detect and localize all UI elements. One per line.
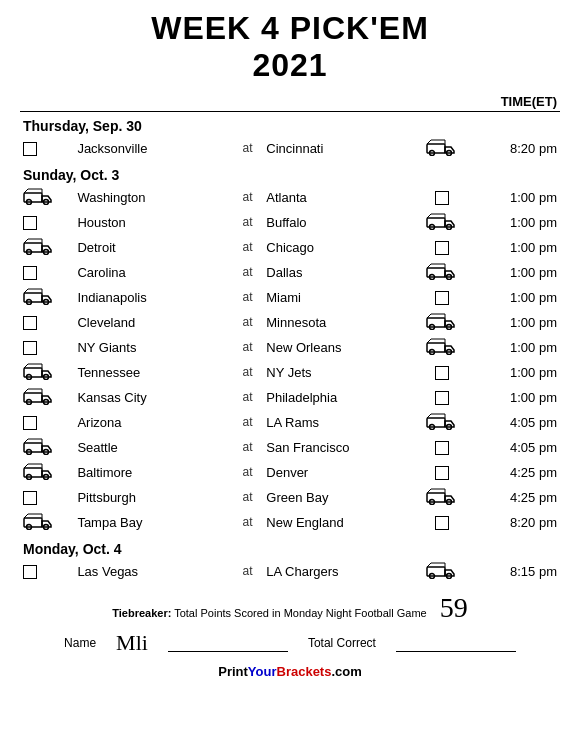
away-pick-col[interactable] bbox=[20, 360, 74, 385]
title-line1: WEEK 4 PICK'EM bbox=[151, 10, 429, 46]
footer: PrintYourBrackets.com bbox=[20, 664, 560, 679]
home-pick-col[interactable] bbox=[414, 210, 471, 235]
name-label: Name bbox=[64, 636, 96, 650]
at-label: at bbox=[232, 385, 263, 410]
home-team: LA Chargers bbox=[263, 559, 413, 584]
home-pick-col[interactable] bbox=[414, 260, 471, 285]
home-team: New Orleans bbox=[263, 335, 413, 360]
at-label: at bbox=[232, 460, 263, 485]
name-handwriting: Mli bbox=[116, 630, 148, 656]
away-pick-col[interactable] bbox=[20, 510, 74, 535]
home-pick-col[interactable] bbox=[414, 185, 471, 210]
footer-brackets: Brackets bbox=[277, 664, 332, 679]
game-time: 8:20 pm bbox=[471, 136, 560, 161]
away-pick-col[interactable] bbox=[20, 235, 74, 260]
section-title: Sunday, Oct. 3 bbox=[20, 161, 560, 185]
home-pick-col[interactable] bbox=[414, 360, 471, 385]
checkbox-empty[interactable] bbox=[23, 416, 37, 430]
away-pick-col[interactable] bbox=[20, 485, 74, 510]
away-team: Indianapolis bbox=[74, 285, 231, 310]
section-header: Sunday, Oct. 3 bbox=[20, 161, 560, 185]
header-home-col bbox=[263, 92, 413, 112]
checkbox-empty[interactable] bbox=[23, 216, 37, 230]
at-label: at bbox=[232, 360, 263, 385]
game-time: 1:00 pm bbox=[471, 310, 560, 335]
footer-print: Print bbox=[218, 664, 248, 679]
home-pick-col[interactable] bbox=[414, 410, 471, 435]
time-label: TIME(ET) bbox=[501, 94, 557, 109]
table-row: Las Vegas at LA Chargers 8:15 pm bbox=[20, 559, 560, 584]
at-label: at bbox=[232, 435, 263, 460]
checkbox-empty[interactable] bbox=[435, 241, 449, 255]
section-header: Thursday, Sep. 30 bbox=[20, 111, 560, 136]
home-pick-col[interactable] bbox=[414, 510, 471, 535]
checkbox-empty[interactable] bbox=[435, 366, 449, 380]
page-title: WEEK 4 PICK'EM 2021 bbox=[20, 10, 560, 84]
home-pick-col[interactable] bbox=[414, 335, 471, 360]
home-pick-col[interactable] bbox=[414, 310, 471, 335]
checkbox-empty[interactable] bbox=[435, 516, 449, 530]
checkbox-empty[interactable] bbox=[23, 565, 37, 579]
away-pick-col[interactable] bbox=[20, 410, 74, 435]
section-title: Thursday, Sep. 30 bbox=[20, 111, 560, 136]
home-pick-col[interactable] bbox=[414, 385, 471, 410]
checkbox-empty[interactable] bbox=[435, 191, 449, 205]
home-pick-col[interactable] bbox=[414, 285, 471, 310]
checkbox-empty[interactable] bbox=[435, 391, 449, 405]
total-correct-field[interactable] bbox=[396, 634, 516, 652]
name-field[interactable] bbox=[168, 634, 288, 652]
home-pick-col[interactable] bbox=[414, 136, 471, 161]
home-pick-col[interactable] bbox=[414, 460, 471, 485]
away-pick-col[interactable] bbox=[20, 559, 74, 584]
at-label: at bbox=[232, 260, 263, 285]
header-away-col bbox=[74, 92, 231, 112]
checkbox-empty[interactable] bbox=[23, 341, 37, 355]
table-row: Seattle at San Francisco 4:05 pm bbox=[20, 435, 560, 460]
at-label: at bbox=[232, 136, 263, 161]
away-pick-col[interactable] bbox=[20, 335, 74, 360]
game-time: 4:25 pm bbox=[471, 460, 560, 485]
away-team: Houston bbox=[74, 210, 231, 235]
away-pick-col[interactable] bbox=[20, 185, 74, 210]
away-team: Carolina bbox=[74, 260, 231, 285]
checkbox-empty[interactable] bbox=[23, 491, 37, 505]
away-team: Washington bbox=[74, 185, 231, 210]
home-pick-col[interactable] bbox=[414, 235, 471, 260]
checkbox-empty[interactable] bbox=[435, 291, 449, 305]
away-team: Pittsburgh bbox=[74, 485, 231, 510]
table-row: Arizona at LA Rams 4:05 pm bbox=[20, 410, 560, 435]
section-title: Monday, Oct. 4 bbox=[20, 535, 560, 559]
game-time: 1:00 pm bbox=[471, 210, 560, 235]
tiebreaker-score: 59 bbox=[440, 592, 468, 623]
home-team: Philadelphia bbox=[263, 385, 413, 410]
away-pick-col[interactable] bbox=[20, 435, 74, 460]
at-label: at bbox=[232, 185, 263, 210]
away-pick-col[interactable] bbox=[20, 136, 74, 161]
game-time: 1:00 pm bbox=[471, 185, 560, 210]
away-team: Las Vegas bbox=[74, 559, 231, 584]
game-time: 4:05 pm bbox=[471, 410, 560, 435]
away-pick-col[interactable] bbox=[20, 385, 74, 410]
header-at-col bbox=[232, 92, 263, 112]
home-pick-col[interactable] bbox=[414, 435, 471, 460]
away-pick-col[interactable] bbox=[20, 285, 74, 310]
tiebreaker-section: Tiebreaker: Total Points Scored in Monda… bbox=[20, 592, 560, 624]
title-line2: 2021 bbox=[252, 47, 327, 83]
away-team: Baltimore bbox=[74, 460, 231, 485]
home-pick-col[interactable] bbox=[414, 559, 471, 584]
checkbox-empty[interactable] bbox=[435, 441, 449, 455]
away-team: Arizona bbox=[74, 410, 231, 435]
home-team: Dallas bbox=[263, 260, 413, 285]
checkbox-empty[interactable] bbox=[23, 142, 37, 156]
away-pick-col[interactable] bbox=[20, 460, 74, 485]
table-row: Cleveland at Minnesota 1:00 pm bbox=[20, 310, 560, 335]
name-section: Name Mli Total Correct bbox=[20, 630, 560, 656]
away-pick-col[interactable] bbox=[20, 260, 74, 285]
away-pick-col[interactable] bbox=[20, 310, 74, 335]
checkbox-empty[interactable] bbox=[435, 466, 449, 480]
table-row: Houston at Buffalo 1:00 pm bbox=[20, 210, 560, 235]
away-pick-col[interactable] bbox=[20, 210, 74, 235]
checkbox-empty[interactable] bbox=[23, 316, 37, 330]
checkbox-empty[interactable] bbox=[23, 266, 37, 280]
home-pick-col[interactable] bbox=[414, 485, 471, 510]
